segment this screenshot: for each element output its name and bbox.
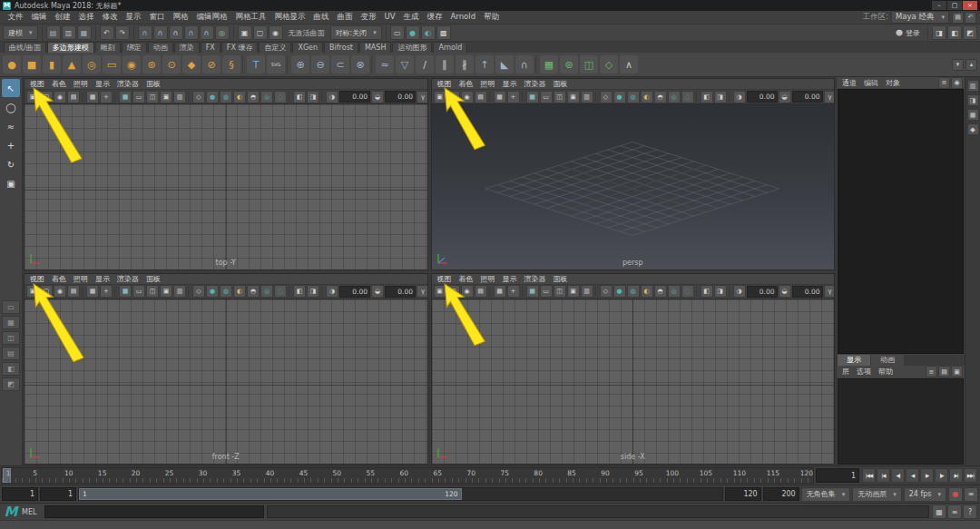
panel-menu-shading[interactable]: 着色 bbox=[456, 274, 477, 284]
symmetry-selector[interactable]: 对称:关闭 ▾ bbox=[330, 25, 382, 40]
channel-box-body[interactable] bbox=[838, 89, 964, 354]
play-backwards-button[interactable]: ◀ bbox=[906, 468, 919, 483]
shelf-tab[interactable]: FX 缓存 bbox=[221, 42, 259, 53]
select-camera-icon[interactable]: ▣ bbox=[26, 285, 39, 298]
camera-attributes-icon[interactable]: ◉ bbox=[461, 285, 474, 298]
menu-item[interactable]: 生成 bbox=[399, 12, 423, 23]
multi-cut-icon[interactable]: ∕ bbox=[416, 55, 434, 73]
shelf-tab[interactable]: Bifrost bbox=[324, 42, 358, 53]
viewport-view-persp[interactable]: persp bbox=[432, 104, 835, 269]
resolution-gate-icon[interactable]: ◫ bbox=[554, 285, 566, 298]
channel-pin-icon[interactable]: ◉ bbox=[951, 77, 963, 89]
screen-space-ao-icon[interactable]: ◎ bbox=[668, 91, 681, 103]
shadows-icon[interactable]: ◓ bbox=[247, 285, 260, 298]
shadows-icon[interactable]: ◓ bbox=[247, 91, 260, 103]
render-current-frame-icon[interactable]: ● bbox=[406, 25, 420, 40]
viewport-view-top[interactable]: top -Y bbox=[24, 104, 427, 269]
channel-box-menu-edit[interactable]: 编辑 bbox=[860, 78, 882, 88]
panel-menu-shading[interactable]: 着色 bbox=[48, 274, 70, 284]
x-ray-icon[interactable]: ◨ bbox=[714, 285, 727, 298]
gain-field[interactable]: 0.00 bbox=[792, 91, 823, 103]
lock-camera-icon[interactable]: ▢ bbox=[447, 91, 460, 103]
panel-menu-renderer[interactable]: 渲染器 bbox=[521, 274, 550, 284]
menu-item[interactable]: 网格显示 bbox=[270, 12, 309, 23]
layer-editor-menu-layers[interactable]: 层 bbox=[838, 367, 853, 377]
use-all-lights-icon[interactable]: ◐ bbox=[233, 285, 246, 298]
shelf-tab[interactable]: 多边形建模 bbox=[47, 42, 94, 53]
menu-item[interactable]: 修改 bbox=[98, 12, 122, 23]
menu-set-selector[interactable]: 建模 ▾ bbox=[3, 25, 38, 40]
rotate-tool-icon[interactable]: ↻ bbox=[2, 155, 20, 173]
panel-menu-view[interactable]: 视图 bbox=[26, 274, 48, 284]
snap-to-point-icon[interactable]: ∩ bbox=[169, 25, 183, 40]
image-plane-icon[interactable]: ▦ bbox=[86, 285, 99, 298]
exposure-field[interactable]: 0.00 bbox=[747, 91, 778, 103]
auto-keyframe-button[interactable]: ● bbox=[948, 487, 963, 502]
save-scene-icon[interactable]: ▦ bbox=[77, 25, 92, 40]
channel-box-menu-channels[interactable]: 通道 bbox=[838, 78, 860, 88]
2d-pan-zoom-icon[interactable]: + bbox=[507, 91, 520, 103]
layout-persp-graph-icon[interactable]: ◩ bbox=[2, 377, 20, 391]
channel-box-menu-object[interactable]: 对象 bbox=[882, 78, 904, 88]
range-end-handle[interactable]: 120 bbox=[445, 490, 457, 498]
use-all-lights-icon[interactable]: ◐ bbox=[641, 285, 653, 298]
shelf-tab[interactable]: 曲线/曲面 bbox=[4, 42, 46, 53]
panel-menu-show[interactable]: 显示 bbox=[92, 274, 113, 284]
screen-space-ao-icon[interactable]: ◎ bbox=[668, 285, 681, 298]
resolution-gate-icon[interactable]: ◫ bbox=[554, 91, 566, 103]
2d-pan-zoom-icon[interactable]: + bbox=[100, 91, 113, 103]
extract-icon[interactable]: ⊂ bbox=[331, 55, 349, 73]
panel-menu-panels[interactable]: 面板 bbox=[550, 274, 572, 284]
menu-item[interactable]: 编辑 bbox=[27, 12, 51, 23]
motion-blur-icon[interactable]: ◌ bbox=[274, 91, 287, 103]
mirror-icon[interactable]: ◫ bbox=[580, 55, 598, 73]
textured-icon[interactable]: ◍ bbox=[220, 91, 232, 103]
field-chart-icon[interactable]: ▥ bbox=[173, 91, 186, 103]
panel-menu-show[interactable]: 显示 bbox=[499, 274, 521, 284]
wireframe-icon[interactable]: ◇ bbox=[192, 285, 205, 298]
construction-history-icon[interactable]: ◉ bbox=[269, 25, 283, 40]
use-all-lights-icon[interactable]: ◐ bbox=[641, 91, 653, 103]
anim-layer-selector[interactable]: 无动画层 ▾ bbox=[852, 487, 902, 502]
poly-sphere-icon[interactable]: ● bbox=[3, 55, 21, 73]
script-editor-icon[interactable]: ▦ bbox=[932, 505, 946, 519]
gain-field[interactable]: 0.00 bbox=[385, 286, 416, 298]
menu-item[interactable]: 显示 bbox=[122, 12, 145, 23]
menu-item[interactable]: 曲面 bbox=[333, 12, 357, 23]
menu-item[interactable]: 编辑网格 bbox=[192, 12, 231, 23]
workspace-reset-icon[interactable]: ↶ bbox=[965, 12, 976, 24]
2d-pan-zoom-icon[interactable]: + bbox=[507, 285, 520, 298]
lock-camera-icon[interactable]: ▢ bbox=[40, 285, 53, 298]
isolate-select-icon[interactable]: ◧ bbox=[701, 285, 713, 298]
layout-two-pane-stacked-icon[interactable]: ▤ bbox=[2, 347, 20, 360]
camera-attributes-icon[interactable]: ◉ bbox=[461, 91, 474, 103]
viewport-view-side[interactable]: side -X bbox=[432, 299, 835, 465]
shaded-icon[interactable]: ● bbox=[206, 285, 219, 298]
step-forward-key-button[interactable]: |▶ bbox=[935, 468, 948, 483]
poly-cone-icon[interactable]: ▲ bbox=[63, 55, 81, 73]
resolution-gate-icon[interactable]: ◫ bbox=[146, 285, 159, 298]
layer-editor-tab-anim[interactable]: 动画 bbox=[871, 355, 904, 366]
motion-blur-icon[interactable]: ◌ bbox=[274, 285, 287, 298]
go-to-end-button[interactable]: ▶▶| bbox=[964, 468, 977, 483]
attribute-editor-tab-icon[interactable]: ▥ bbox=[967, 80, 979, 92]
layer-editor-body[interactable] bbox=[838, 378, 964, 465]
time-slider[interactable]: 1510152025303540455055606570758085909510… bbox=[1, 467, 814, 484]
field-chart-icon[interactable]: ▥ bbox=[173, 285, 186, 298]
image-plane-icon[interactable]: ▦ bbox=[494, 91, 506, 103]
camera-attributes-icon[interactable]: ◉ bbox=[54, 91, 66, 103]
use-all-lights-icon[interactable]: ◐ bbox=[233, 91, 246, 103]
open-render-view-icon[interactable]: ▭ bbox=[390, 25, 405, 40]
reduce-icon[interactable]: ▽ bbox=[396, 55, 414, 73]
viewport-view-front[interactable]: front -Z bbox=[24, 299, 427, 465]
shelf-tab[interactable]: FX bbox=[201, 42, 220, 53]
poly-pipe-icon[interactable]: ⊘ bbox=[202, 55, 220, 73]
smooth-icon[interactable]: ≈ bbox=[376, 55, 394, 73]
lasso-tool-icon[interactable]: ◯ bbox=[2, 98, 20, 116]
animation-start-field[interactable]: 1 bbox=[2, 487, 38, 501]
isolate-select-icon[interactable]: ◧ bbox=[293, 285, 306, 298]
snap-to-curve-icon[interactable]: ∩ bbox=[153, 25, 168, 40]
gate-mask-icon[interactable]: ▣ bbox=[160, 285, 172, 298]
screen-space-ao-icon[interactable]: ◎ bbox=[260, 91, 273, 103]
x-ray-icon[interactable]: ◨ bbox=[307, 285, 319, 298]
